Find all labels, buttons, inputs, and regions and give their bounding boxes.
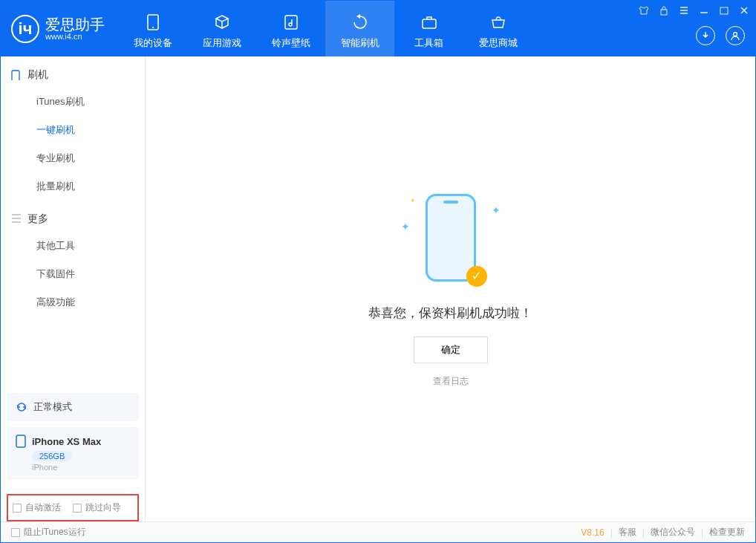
cube-icon (187, 13, 256, 32)
version-label: V8.16 (581, 527, 604, 538)
tab-store[interactable]: 爱思商城 (463, 1, 532, 56)
sidebar-item-advanced[interactable]: 高级功能 (1, 288, 145, 316)
footer: 阻止iTunes运行 V8.16 | 客服 | 微信公众号 | 检查更新 (1, 521, 755, 542)
sidebar-item-itunes-flash[interactable]: iTunes刷机 (1, 88, 145, 116)
checkbox-label: 自动激活 (25, 501, 61, 514)
svg-point-3 (289, 23, 292, 26)
section-label: 刷机 (27, 68, 48, 82)
maximize-icon[interactable] (717, 4, 731, 17)
close-icon[interactable] (737, 4, 751, 17)
logo[interactable]: iч 爱思助手 www.i4.cn (1, 15, 118, 43)
list-icon (11, 214, 22, 224)
header: iч 爱思助手 www.i4.cn 我的设备 应用游戏 铃声壁纸 智能刷机 工具… (1, 1, 755, 56)
mode-label: 正常模式 (33, 400, 72, 414)
svg-rect-2 (285, 16, 297, 29)
lock-icon[interactable] (657, 4, 671, 17)
tab-apps[interactable]: 应用游戏 (187, 1, 256, 56)
svg-rect-9 (16, 435, 25, 447)
svg-rect-4 (423, 19, 436, 28)
footer-update-link[interactable]: 检查更新 (709, 526, 745, 539)
tab-label: 我的设备 (118, 36, 187, 50)
checkbox-label: 阻止iTunes运行 (24, 526, 86, 539)
check-icon: ✓ (466, 266, 487, 287)
header-right (696, 26, 745, 45)
footer-support-link[interactable]: 客服 (619, 526, 636, 539)
sidebar: 刷机 iTunes刷机 一键刷机 专业刷机 批量刷机 更多 其他工具 下载固件 … (1, 56, 146, 521)
tab-label: 智能刷机 (325, 36, 394, 50)
svg-point-7 (734, 33, 737, 36)
app-name: 爱思助手 (45, 17, 105, 32)
ok-button[interactable]: 确定 (414, 336, 488, 363)
window-controls (637, 4, 751, 17)
svg-point-1 (152, 27, 154, 28)
logo-text: 爱思助手 www.i4.cn (45, 17, 105, 41)
tab-label: 铃声壁纸 (256, 36, 325, 50)
block-itunes-checkbox[interactable]: 阻止iTunes运行 (11, 526, 86, 539)
checkbox-label: 跳过向导 (85, 501, 121, 514)
music-icon (256, 13, 325, 32)
device-type: iPhone (32, 463, 130, 472)
sidebar-item-download-firmware[interactable]: 下载固件 (1, 260, 145, 288)
tab-label: 工具箱 (394, 36, 463, 50)
section-flash: 刷机 (1, 56, 145, 88)
sidebar-item-oneclick-flash[interactable]: 一键刷机 (1, 116, 145, 144)
tab-flash[interactable]: 智能刷机 (325, 1, 394, 56)
sync-icon (16, 401, 27, 413)
options-row: 自动激活 跳过向导 (7, 494, 139, 521)
tab-toolbox[interactable]: 工具箱 (394, 1, 463, 56)
success-message: 恭喜您，保资料刷机成功啦！ (368, 305, 532, 322)
sidebar-item-batch-flash[interactable]: 批量刷机 (1, 172, 145, 201)
toolbox-icon (394, 13, 463, 32)
minimize-icon[interactable] (697, 4, 711, 17)
svg-rect-8 (12, 71, 19, 80)
device-card[interactable]: iPhone XS Max 256GB iPhone (7, 427, 139, 479)
logo-icon: iч (11, 15, 39, 43)
device-panel: 正常模式 iPhone XS Max 256GB iPhone (1, 387, 145, 491)
download-button[interactable] (696, 26, 715, 45)
shirt-icon[interactable] (637, 4, 651, 17)
phone-icon (11, 70, 22, 80)
main-content: ✦ ✦ ✦ ✓ 恭喜您，保资料刷机成功啦！ 确定 查看日志 (146, 56, 755, 521)
section-label: 更多 (27, 212, 48, 226)
svg-rect-6 (720, 7, 728, 14)
device-name: iPhone XS Max (32, 436, 101, 447)
tab-label: 应用游戏 (187, 36, 256, 50)
svg-rect-5 (661, 10, 667, 15)
menu-icon[interactable] (677, 4, 691, 17)
phone-icon (16, 435, 26, 448)
auto-activate-checkbox[interactable]: 自动激活 (13, 501, 61, 514)
storage-badge: 256GB (32, 451, 72, 461)
success-illustration: ✦ ✦ ✦ ✓ (410, 191, 492, 291)
section-more: 更多 (1, 201, 145, 232)
footer-wechat-link[interactable]: 微信公众号 (651, 526, 695, 539)
sidebar-item-pro-flash[interactable]: 专业刷机 (1, 144, 145, 172)
tab-label: 爱思商城 (463, 36, 532, 50)
skip-wizard-checkbox[interactable]: 跳过向导 (73, 501, 121, 514)
tab-my-device[interactable]: 我的设备 (118, 1, 187, 56)
tab-wallpaper[interactable]: 铃声壁纸 (256, 1, 325, 56)
tabs: 我的设备 应用游戏 铃声壁纸 智能刷机 工具箱 爱思商城 (118, 1, 532, 56)
profile-button[interactable] (726, 26, 745, 45)
sidebar-item-other-tools[interactable]: 其他工具 (1, 232, 145, 260)
app-url: www.i4.cn (45, 32, 105, 41)
mode-card[interactable]: 正常模式 (7, 393, 139, 421)
view-log-link[interactable]: 查看日志 (368, 375, 532, 388)
store-icon (463, 13, 532, 32)
device-icon (118, 13, 187, 32)
refresh-icon (325, 13, 394, 32)
